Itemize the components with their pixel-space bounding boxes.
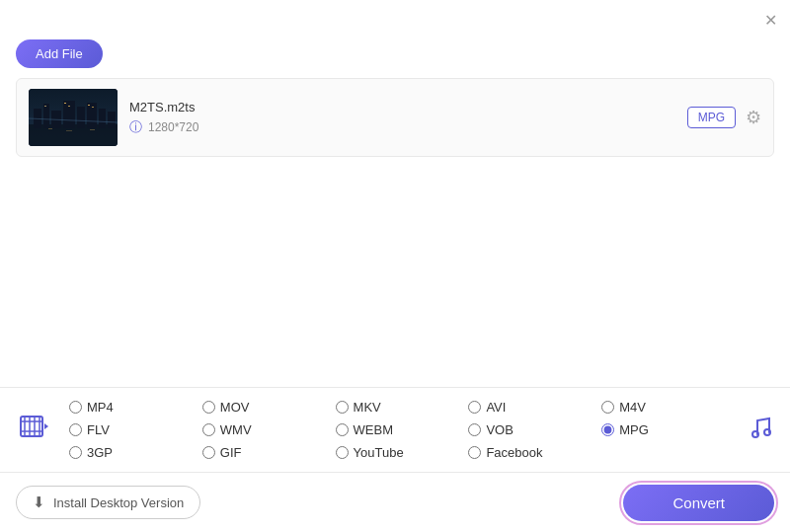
svg-rect-18 bbox=[66, 130, 72, 131]
file-item: M2TS.m2ts ⓘ 1280*720 MPG ⚙ bbox=[17, 79, 773, 156]
svg-point-28 bbox=[752, 431, 758, 437]
info-icon: ⓘ bbox=[129, 118, 142, 136]
file-actions: MPG ⚙ bbox=[687, 107, 761, 128]
svg-rect-19 bbox=[90, 129, 95, 130]
svg-rect-10 bbox=[108, 112, 116, 128]
format-option-mkv[interactable]: MKV bbox=[336, 400, 465, 415]
format-option-youtube[interactable]: YouTube bbox=[336, 445, 465, 460]
svg-point-29 bbox=[764, 429, 770, 435]
svg-rect-9 bbox=[99, 109, 106, 128]
format-radio-mov[interactable] bbox=[202, 401, 215, 414]
format-label-vob: VOB bbox=[486, 422, 513, 437]
file-name: M2TS.m2ts bbox=[129, 100, 675, 114]
video-icon bbox=[20, 412, 49, 448]
svg-marker-27 bbox=[44, 423, 48, 429]
install-label: Install Desktop Version bbox=[53, 495, 184, 510]
format-options: MP4 MOV MKV AVI M4V FLV WMV WEBM bbox=[69, 398, 731, 462]
format-label-mpg: MPG bbox=[619, 422, 649, 437]
format-label-webm: WEBM bbox=[354, 422, 393, 437]
format-option-flv[interactable]: FLV bbox=[69, 422, 198, 437]
svg-rect-16 bbox=[92, 107, 94, 108]
toolbar: Add File bbox=[0, 36, 790, 78]
format-label-m4v: M4V bbox=[619, 400, 646, 415]
format-label-avi: AVI bbox=[486, 400, 506, 415]
svg-rect-14 bbox=[44, 106, 46, 107]
file-list: M2TS.m2ts ⓘ 1280*720 MPG ⚙ bbox=[16, 78, 774, 157]
format-radio-mpg[interactable] bbox=[601, 423, 614, 436]
format-radio-flv[interactable] bbox=[69, 423, 82, 436]
format-radio-youtube[interactable] bbox=[336, 446, 349, 459]
format-radio-gif[interactable] bbox=[202, 446, 215, 459]
title-bar: ✕ bbox=[0, 0, 790, 36]
svg-rect-12 bbox=[64, 103, 66, 104]
format-option-vob[interactable]: VOB bbox=[468, 422, 597, 437]
convert-button[interactable]: Convert bbox=[623, 485, 774, 521]
format-radio-avi[interactable] bbox=[468, 401, 481, 414]
format-radio-m4v[interactable] bbox=[601, 401, 614, 414]
format-label-youtube: YouTube bbox=[354, 445, 404, 460]
svg-rect-7 bbox=[77, 107, 85, 128]
svg-rect-4 bbox=[43, 104, 49, 128]
file-thumbnail bbox=[29, 89, 118, 146]
format-panel: MP4 MOV MKV AVI M4V FLV WMV WEBM bbox=[0, 387, 790, 473]
format-option-webm[interactable]: WEBM bbox=[336, 422, 465, 437]
empty-area bbox=[0, 157, 790, 374]
format-radio-3gp[interactable] bbox=[69, 446, 82, 459]
file-resolution: 1280*720 bbox=[148, 120, 198, 134]
format-option-mp4[interactable]: MP4 bbox=[69, 400, 198, 415]
add-file-button[interactable]: Add File bbox=[16, 39, 103, 68]
format-option-m4v[interactable]: M4V bbox=[601, 400, 731, 415]
format-label-wmv: WMV bbox=[220, 422, 252, 437]
file-info: M2TS.m2ts ⓘ 1280*720 bbox=[129, 100, 675, 136]
format-badge-button[interactable]: MPG bbox=[687, 107, 736, 128]
format-label-3gp: 3GP bbox=[87, 445, 113, 460]
svg-rect-8 bbox=[87, 103, 97, 128]
svg-rect-17 bbox=[48, 128, 52, 129]
format-label-facebook: Facebook bbox=[486, 445, 542, 460]
format-radio-webm[interactable] bbox=[336, 423, 349, 436]
format-option-wmv[interactable]: WMV bbox=[202, 422, 332, 437]
format-option-3gp[interactable]: 3GP bbox=[69, 445, 198, 460]
file-meta: ⓘ 1280*720 bbox=[129, 118, 675, 136]
format-option-facebook[interactable]: Facebook bbox=[468, 445, 597, 460]
format-label-mkv: MKV bbox=[354, 400, 381, 415]
svg-rect-13 bbox=[68, 106, 70, 107]
download-icon: ⬇ bbox=[33, 494, 45, 511]
format-panel-left bbox=[0, 412, 69, 448]
action-bar: ⬇ Install Desktop Version Convert bbox=[0, 473, 790, 532]
format-panel-right bbox=[731, 415, 790, 446]
install-desktop-button[interactable]: ⬇ Install Desktop Version bbox=[16, 486, 200, 519]
format-radio-vob[interactable] bbox=[468, 423, 481, 436]
music-icon bbox=[748, 415, 773, 446]
format-radio-mp4[interactable] bbox=[69, 401, 82, 414]
format-option-gif[interactable]: GIF bbox=[202, 445, 332, 460]
format-label-flv: FLV bbox=[87, 422, 110, 437]
format-label-mov: MOV bbox=[220, 400, 250, 415]
settings-icon[interactable]: ⚙ bbox=[746, 107, 761, 128]
format-radio-wmv[interactable] bbox=[202, 423, 215, 436]
close-button[interactable]: ✕ bbox=[762, 12, 778, 28]
format-option-mpg[interactable]: MPG bbox=[601, 422, 731, 437]
format-label-gif: GIF bbox=[220, 445, 242, 460]
format-radio-facebook[interactable] bbox=[468, 446, 481, 459]
svg-rect-6 bbox=[63, 101, 75, 128]
format-radio-mkv[interactable] bbox=[336, 401, 349, 414]
format-label-mp4: MP4 bbox=[87, 400, 114, 415]
svg-rect-15 bbox=[88, 105, 90, 106]
format-option-avi[interactable]: AVI bbox=[468, 400, 597, 415]
format-option-mov[interactable]: MOV bbox=[202, 400, 332, 415]
